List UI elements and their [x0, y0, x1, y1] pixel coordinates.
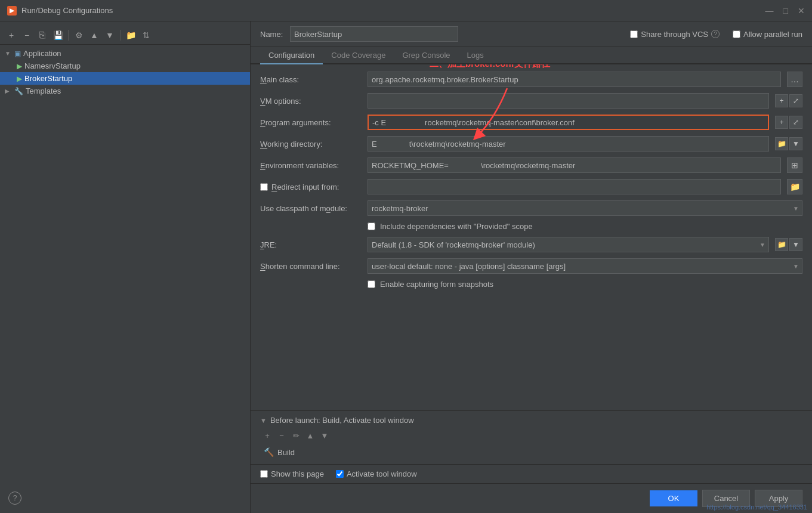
build-icon: 🔨 — [264, 447, 274, 457]
tab-grep-console[interactable]: Grep Console — [394, 47, 458, 64]
env-vars-edit-btn[interactable]: ⊞ — [787, 157, 802, 173]
name-row: Name: Share through VCS ? Allow parallel… — [251, 21, 812, 47]
before-launch-collapse-arrow[interactable]: ▼ — [260, 417, 267, 424]
workdir-btns: 📁 ▼ — [775, 137, 802, 150]
namesrv-label: NamesrvStartup — [24, 61, 81, 70]
copy-config-btn[interactable]: ⎘ — [36, 29, 49, 42]
bl-remove-btn[interactable]: − — [276, 429, 288, 441]
jre-dropdown-btn[interactable]: ▼ — [789, 238, 802, 251]
sort-btn[interactable]: ⇅ — [140, 29, 153, 42]
workdir-browse-btn[interactable]: 📁 — [775, 137, 788, 150]
jre-select-wrapper: Default (1.8 - SDK of 'rocketmq-broker' … — [368, 237, 769, 252]
maximize-btn[interactable]: □ — [783, 6, 788, 16]
activate-window-check[interactable]: Activate tool window — [336, 469, 417, 478]
share-vcs-help-icon[interactable]: ? — [711, 30, 720, 38]
working-dir-row: Working directory: 📁 ▼ — [260, 136, 802, 152]
before-launch-header: ▼ Before launch: Build, Activate tool wi… — [260, 416, 802, 425]
allow-parallel-checkbox-item[interactable]: Allow parallel run — [733, 30, 802, 39]
redirect-input-checkbox[interactable] — [260, 183, 268, 191]
tree-application-group[interactable]: ▼ ▣ Application — [0, 47, 250, 60]
env-vars-row: Environment variables: ⊞ — [260, 157, 802, 173]
include-deps-checkbox[interactable] — [368, 222, 375, 230]
redirect-browse-btn[interactable]: 📁 — [787, 179, 802, 194]
args-fullscreen-btn[interactable]: ⤢ — [789, 116, 802, 129]
show-page-checkbox[interactable] — [260, 470, 268, 478]
vm-options-input[interactable] — [368, 93, 769, 109]
application-group-label: Application — [23, 49, 61, 58]
chinese-annotation: 二、加上broker.conf文件路径 — [430, 64, 550, 70]
jre-select[interactable]: Default (1.8 - SDK of 'rocketmq-broker' … — [368, 237, 769, 252]
up-btn[interactable]: ▲ — [88, 29, 101, 42]
main-class-input[interactable] — [368, 72, 781, 87]
shorten-cmd-row: Shorten command line: user-local default… — [260, 258, 802, 274]
minimize-btn[interactable]: — — [765, 6, 774, 16]
tree-namesrv-item[interactable]: ▶ NamesrvStartup — [0, 60, 250, 72]
broker-run-icon: ▶ — [17, 75, 22, 83]
classpath-select[interactable]: rocketmq-broker — [368, 200, 802, 216]
tree-templates-item[interactable]: ▶ 🔧 Templates — [0, 85, 250, 97]
vm-options-row: VM options: + ⤢ — [260, 93, 802, 109]
vm-fullscreen-btn[interactable]: ⤢ — [789, 94, 802, 107]
shorten-cmd-select[interactable]: user-local default: none - java [options… — [368, 258, 802, 274]
bl-edit-btn[interactable]: ✏ — [290, 429, 302, 441]
right-panel: Name: Share through VCS ? Allow parallel… — [251, 21, 812, 513]
program-args-input[interactable] — [368, 115, 769, 130]
args-expand-btns: + ⤢ — [775, 116, 802, 129]
add-config-btn[interactable]: + — [5, 29, 18, 42]
tree-broker-item[interactable]: ▶ BrokerStartup — [0, 72, 250, 85]
env-vars-label: Environment variables: — [260, 161, 362, 170]
help-button[interactable]: ? — [8, 492, 21, 505]
main-class-browse-btn[interactable]: … — [787, 72, 802, 87]
ok-button[interactable]: OK — [650, 490, 697, 506]
name-input[interactable] — [290, 26, 458, 42]
vm-expand-btn[interactable]: + — [775, 94, 788, 107]
tab-configuration[interactable]: Configuration — [260, 47, 323, 64]
title-bar: ▶ Run/Debug Configurations — □ ✕ — [0, 0, 812, 21]
env-vars-input[interactable] — [368, 157, 781, 173]
down-btn[interactable]: ▼ — [103, 29, 116, 42]
build-label: Build — [277, 448, 295, 457]
jre-browse-btn[interactable]: 📁 — [775, 238, 788, 251]
title-bar-left: ▶ Run/Debug Configurations — [7, 6, 113, 16]
classpath-select-wrapper: rocketmq-broker ▼ — [368, 200, 802, 216]
working-dir-input[interactable] — [368, 136, 769, 152]
close-btn[interactable]: ✕ — [798, 6, 805, 16]
working-dir-label: Working directory: — [260, 140, 362, 149]
settings-btn[interactable]: ⚙ — [72, 29, 85, 42]
redirect-input-row: Redirect input from: 📁 — [260, 179, 802, 194]
allow-parallel-label: Allow parallel run — [743, 30, 802, 39]
vm-options-label: VM options: — [260, 97, 362, 106]
activate-window-checkbox[interactable] — [336, 470, 344, 478]
show-page-check[interactable]: Show this page — [260, 469, 324, 478]
allow-parallel-checkbox[interactable] — [733, 30, 740, 38]
remove-config-btn[interactable]: − — [20, 29, 33, 42]
share-vcs-checkbox[interactable] — [630, 30, 638, 38]
watermark: https://blog.csdn.net/qq_34416331 — [702, 501, 812, 513]
folder-btn[interactable]: 📁 — [124, 29, 137, 42]
app-icon: ▶ — [7, 6, 17, 16]
tab-logs[interactable]: Logs — [459, 47, 492, 64]
enable-capturing-label: Enable capturing form snapshots — [380, 280, 493, 289]
classpath-label: Use classpath of module: — [260, 204, 362, 213]
window-controls[interactable]: — □ ✕ — [765, 6, 805, 16]
config-panel: Main class: … VM options: + ⤢ Progra — [251, 64, 812, 410]
program-args-row: Program arguments: + ⤢ — [260, 115, 802, 130]
bl-down-btn[interactable]: ▼ — [319, 429, 331, 441]
toolbar-separator-2 — [120, 30, 121, 41]
bl-add-btn[interactable]: + — [261, 429, 273, 441]
main-class-row: Main class: … — [260, 72, 802, 87]
workdir-dropdown-btn[interactable]: ▼ — [789, 137, 802, 150]
redirect-input-label: Redirect input from: — [271, 183, 339, 191]
args-expand-btn[interactable]: + — [775, 116, 788, 129]
program-args-label: Program arguments: — [260, 118, 362, 127]
enable-capturing-row: Enable capturing form snapshots — [260, 280, 802, 289]
share-vcs-checkbox-item[interactable]: Share through VCS ? — [630, 30, 720, 39]
templates-icon: 🔧 — [14, 87, 23, 95]
redirect-input-field[interactable] — [368, 179, 781, 194]
enable-capturing-checkbox[interactable] — [368, 280, 375, 288]
include-deps-label: Include dependencies with "Provided" sco… — [380, 222, 533, 231]
save-config-btn[interactable]: 💾 — [51, 29, 64, 42]
tab-code-coverage[interactable]: Code Coverage — [323, 47, 394, 64]
tree-expand-arrow: ▼ — [5, 50, 12, 57]
bl-up-btn[interactable]: ▲ — [304, 429, 316, 441]
